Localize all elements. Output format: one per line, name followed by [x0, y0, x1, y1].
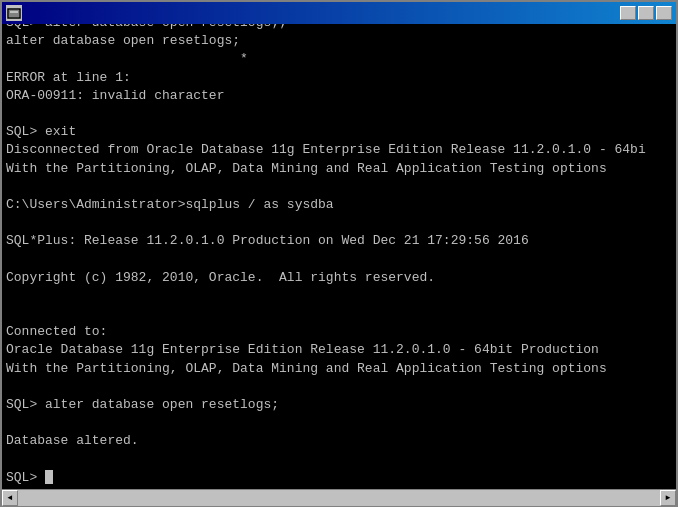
terminal-content: SQL> alter database open resetlogs;;alte… — [6, 24, 672, 487]
terminal-area[interactable]: SQL> alter database open resetlogs;;alte… — [2, 24, 676, 489]
horizontal-scrollbar[interactable]: ◄ ► — [2, 489, 676, 505]
minimize-button[interactable] — [620, 6, 636, 20]
window-icon — [6, 5, 22, 21]
main-window: SQL> alter database open resetlogs;;alte… — [0, 0, 678, 507]
title-bar — [2, 2, 676, 24]
scroll-left-arrow[interactable]: ◄ — [2, 490, 18, 506]
cursor — [45, 470, 53, 484]
scroll-track-horizontal[interactable] — [18, 490, 660, 506]
window-controls — [620, 6, 672, 20]
close-button[interactable] — [656, 6, 672, 20]
maximize-button[interactable] — [638, 6, 654, 20]
title-bar-left — [6, 5, 26, 21]
scroll-right-arrow[interactable]: ► — [660, 490, 676, 506]
svg-rect-2 — [10, 11, 18, 13]
